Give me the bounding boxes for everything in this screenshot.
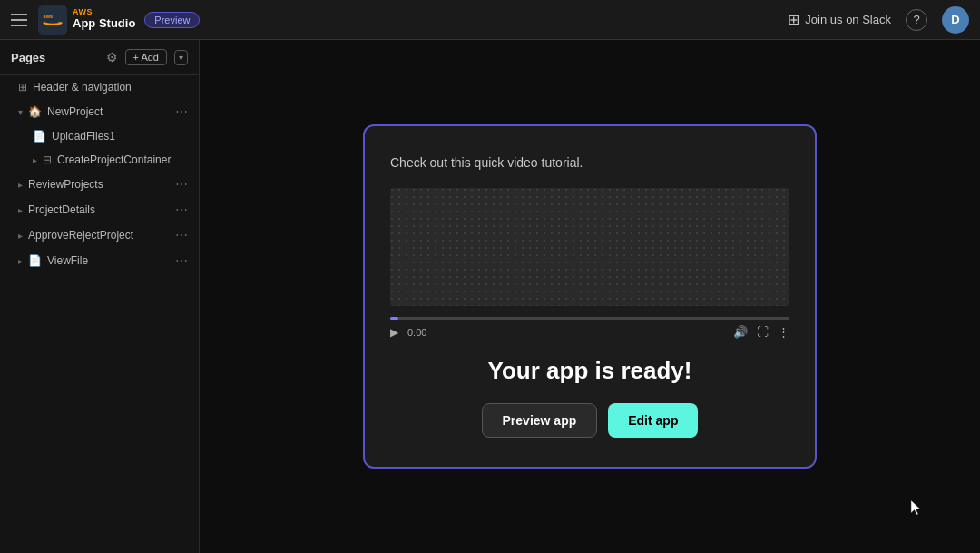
chevron-right-icon: ▸ — [33, 155, 37, 165]
logo-area: aws AWS App Studio — [38, 5, 135, 35]
sidebar: Pages ⚙ + Add ▾ ⊞ Header & navigation ▾ … — [0, 40, 200, 553]
video-more-icon[interactable]: ⋮ — [778, 325, 789, 339]
sidebar-item-uploadfiles[interactable]: 📄 UploadFiles1 — [0, 124, 199, 148]
preview-app-button[interactable]: Preview app — [482, 403, 598, 438]
fullscreen-icon[interactable]: ⛶ — [757, 325, 769, 339]
sidebar-item-approvereject[interactable]: ▸ ApproveRejectProject ⋯ — [0, 222, 199, 248]
brand-text: AWS App Studio — [73, 8, 135, 30]
modal-subtitle: Check out this quick video tutorial. — [390, 155, 583, 170]
more-icon[interactable]: ⋯ — [175, 202, 188, 217]
sidebar-item-label: NewProject — [47, 105, 170, 118]
video-controls-bar: ▶ 0:00 🔊 ⛶ ⋮ — [390, 325, 789, 339]
add-chevron-icon[interactable]: ▾ — [174, 50, 188, 65]
sidebar-item-viewfile[interactable]: ▸ 📄 ViewFile ⋯ — [0, 248, 199, 273]
video-progress-fill — [390, 317, 398, 320]
ready-title: Your app is ready! — [488, 357, 692, 385]
help-button[interactable]: ? — [906, 9, 927, 31]
chevron-right-icon: ▸ — [18, 256, 23, 266]
content-area: Check out this quick video tutorial. — [200, 40, 980, 553]
sidebar-header-actions: ⚙ + Add ▾ — [106, 49, 188, 65]
sidebar-item-label: UploadFiles1 — [52, 130, 188, 143]
chevron-right-icon: ▸ — [18, 231, 23, 241]
slack-icon: ⊞ — [788, 11, 799, 28]
avatar[interactable]: D — [942, 6, 969, 34]
main-layout: Pages ⚙ + Add ▾ ⊞ Header & navigation ▾ … — [0, 40, 980, 553]
volume-icon[interactable]: 🔊 — [733, 325, 748, 339]
grid-icon: ⊞ — [18, 81, 27, 94]
cursor-icon — [907, 499, 926, 517]
add-label: + Add — [133, 52, 159, 63]
sidebar-item-label: CreateProjectContainer — [57, 153, 188, 166]
chevron-right-icon: ▸ — [18, 205, 23, 215]
gear-icon[interactable]: ⚙ — [106, 50, 118, 64]
sidebar-item-newproject[interactable]: ▾ 🏠 NewProject ⋯ — [0, 99, 199, 124]
video-time: 0:00 — [407, 327, 426, 338]
sidebar-header: Pages ⚙ + Add ▾ — [0, 40, 199, 75]
chevron-down-icon: ▾ — [18, 107, 23, 117]
svg-rect-0 — [38, 5, 67, 35]
add-page-button[interactable]: + Add — [125, 49, 167, 65]
hamburger-menu[interactable] — [11, 11, 29, 29]
chevron-right-icon: ▸ — [18, 180, 23, 190]
aws-logo-icon: aws — [38, 5, 67, 35]
nav-right: ⊞ Join us on Slack ? D — [788, 6, 969, 34]
svg-rect-3 — [390, 188, 789, 306]
more-icon[interactable]: ⋯ — [175, 104, 188, 119]
slack-label: Join us on Slack — [805, 13, 891, 26]
sidebar-item-reviewprojects[interactable]: ▸ ReviewProjects ⋯ — [0, 172, 199, 197]
preview-badge: Preview — [144, 12, 200, 28]
video-progress-bar[interactable] — [390, 317, 789, 320]
container-icon: ⊟ — [43, 153, 52, 166]
sidebar-item-label: ApproveRejectProject — [28, 229, 170, 242]
video-controls: ▶ 0:00 🔊 ⛶ ⋮ — [390, 317, 789, 339]
modal-actions: Preview app Edit app — [482, 403, 699, 438]
sidebar-item-label: ViewFile — [47, 254, 170, 267]
brand-studio-label: App Studio — [73, 17, 135, 30]
nav-left: aws AWS App Studio Preview — [11, 5, 200, 35]
sidebar-item-label: Header & navigation — [33, 81, 188, 94]
file-icon: 📄 — [28, 254, 42, 267]
more-icon[interactable]: ⋯ — [175, 253, 188, 268]
more-icon[interactable]: ⋯ — [175, 228, 188, 242]
more-icon[interactable]: ⋯ — [175, 177, 188, 192]
app-ready-modal: Check out this quick video tutorial. — [363, 124, 817, 469]
sidebar-item-projectdetails[interactable]: ▸ ProjectDetails ⋯ — [0, 197, 199, 222]
video-thumbnail-icon — [390, 188, 789, 306]
file-icon: 📄 — [33, 130, 46, 143]
sidebar-item-label: ReviewProjects — [28, 178, 170, 191]
video-placeholder — [390, 188, 789, 306]
top-navigation: aws AWS App Studio Preview ⊞ Join us on … — [0, 0, 980, 40]
svg-text:aws: aws — [44, 13, 54, 18]
sidebar-item-header-nav[interactable]: ⊞ Header & navigation — [0, 75, 199, 99]
sidebar-title: Pages — [11, 51, 45, 64]
play-button[interactable]: ▶ — [390, 326, 398, 339]
sidebar-item-label: ProjectDetails — [28, 203, 170, 216]
home-icon: 🏠 — [28, 105, 42, 118]
sidebar-item-createproject[interactable]: ▸ ⊟ CreateProjectContainer — [0, 148, 199, 172]
slack-link[interactable]: ⊞ Join us on Slack — [788, 11, 891, 28]
edit-app-button[interactable]: Edit app — [608, 403, 698, 438]
